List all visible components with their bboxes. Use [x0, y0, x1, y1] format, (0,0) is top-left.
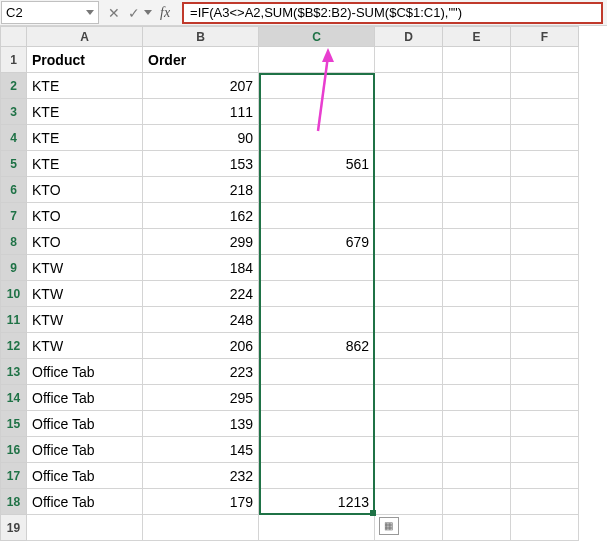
cell-A13[interactable]: Office Tab [27, 359, 143, 385]
row-19[interactable]: 19 [1, 515, 27, 541]
blank[interactable] [443, 177, 511, 203]
col-B[interactable]: B [143, 27, 259, 47]
blank[interactable] [443, 385, 511, 411]
header-order[interactable]: Order [143, 47, 259, 73]
cell-C14[interactable] [259, 385, 375, 411]
row-17[interactable]: 17 [1, 463, 27, 489]
row-9[interactable]: 9 [1, 255, 27, 281]
cell-B7[interactable]: 162 [143, 203, 259, 229]
cell-C5[interactable]: 561 [259, 151, 375, 177]
blank[interactable] [511, 255, 579, 281]
blank[interactable] [511, 151, 579, 177]
cell-B11[interactable]: 248 [143, 307, 259, 333]
cell-B16[interactable]: 145 [143, 437, 259, 463]
cell-A9[interactable]: KTW [27, 255, 143, 281]
cell-C2[interactable] [259, 73, 375, 99]
blank[interactable] [511, 489, 579, 515]
row-11[interactable]: 11 [1, 307, 27, 333]
cell-A6[interactable]: KTO [27, 177, 143, 203]
cell-A4[interactable]: KTE [27, 125, 143, 151]
cell-C10[interactable] [259, 281, 375, 307]
blank[interactable] [443, 463, 511, 489]
blank[interactable] [375, 73, 443, 99]
cell-C13[interactable] [259, 359, 375, 385]
blank[interactable] [511, 437, 579, 463]
blank[interactable] [511, 515, 579, 541]
blank[interactable] [511, 125, 579, 151]
blank[interactable] [443, 281, 511, 307]
cancel-icon[interactable]: ✕ [108, 5, 120, 21]
blank[interactable] [443, 47, 511, 73]
blank[interactable] [375, 47, 443, 73]
cell-B13[interactable]: 223 [143, 359, 259, 385]
cell-C8[interactable]: 679 [259, 229, 375, 255]
row-18[interactable]: 18 [1, 489, 27, 515]
blank[interactable] [443, 437, 511, 463]
row-3[interactable]: 3 [1, 99, 27, 125]
cell-B10[interactable]: 224 [143, 281, 259, 307]
blank[interactable] [375, 177, 443, 203]
blank[interactable] [375, 385, 443, 411]
blank[interactable] [375, 333, 443, 359]
cell-A10[interactable]: KTW [27, 281, 143, 307]
col-C[interactable]: C [259, 27, 375, 47]
row-10[interactable]: 10 [1, 281, 27, 307]
row-2[interactable]: 2 [1, 73, 27, 99]
split-dropdown-icon[interactable] [144, 10, 152, 15]
blank[interactable] [443, 255, 511, 281]
blank[interactable] [443, 125, 511, 151]
blank[interactable] [511, 229, 579, 255]
cell-B2[interactable]: 207 [143, 73, 259, 99]
cell-C16[interactable] [259, 437, 375, 463]
cell-C17[interactable] [259, 463, 375, 489]
cell-A8[interactable]: KTO [27, 229, 143, 255]
blank[interactable] [375, 281, 443, 307]
name-box-dropdown-icon[interactable] [86, 10, 94, 15]
cell-C4[interactable] [259, 125, 375, 151]
blank[interactable] [443, 73, 511, 99]
blank[interactable] [511, 73, 579, 99]
row-1[interactable]: 1 [1, 47, 27, 73]
cell-C12[interactable]: 862 [259, 333, 375, 359]
cell-C11[interactable] [259, 307, 375, 333]
row-13[interactable]: 13 [1, 359, 27, 385]
cell-A16[interactable]: Office Tab [27, 437, 143, 463]
blank[interactable] [443, 151, 511, 177]
cell-A7[interactable]: KTO [27, 203, 143, 229]
cell-C9[interactable] [259, 255, 375, 281]
row-12[interactable]: 12 [1, 333, 27, 359]
row-14[interactable]: 14 [1, 385, 27, 411]
cell-A11[interactable]: KTW [27, 307, 143, 333]
cell-B12[interactable]: 206 [143, 333, 259, 359]
cell-B18[interactable]: 179 [143, 489, 259, 515]
cell-C15[interactable] [259, 411, 375, 437]
blank[interactable] [375, 359, 443, 385]
blank[interactable] [143, 515, 259, 541]
row-8[interactable]: 8 [1, 229, 27, 255]
cell-A14[interactable]: Office Tab [27, 385, 143, 411]
blank[interactable] [375, 125, 443, 151]
cell-B14[interactable]: 295 [143, 385, 259, 411]
blank[interactable] [375, 203, 443, 229]
header-product[interactable]: Product [27, 47, 143, 73]
name-box[interactable]: C2 [1, 1, 99, 24]
cell-A15[interactable]: Office Tab [27, 411, 143, 437]
blank[interactable] [259, 515, 375, 541]
blank[interactable] [511, 385, 579, 411]
blank[interactable] [375, 437, 443, 463]
col-D[interactable]: D [375, 27, 443, 47]
blank[interactable] [511, 411, 579, 437]
row-6[interactable]: 6 [1, 177, 27, 203]
blank[interactable] [375, 99, 443, 125]
cell-A5[interactable]: KTE [27, 151, 143, 177]
blank[interactable] [443, 99, 511, 125]
blank[interactable] [375, 151, 443, 177]
cell-C18[interactable]: 1213 [259, 489, 375, 515]
cell-A18[interactable]: Office Tab [27, 489, 143, 515]
blank[interactable] [511, 463, 579, 489]
blank[interactable] [443, 359, 511, 385]
select-all-corner[interactable] [1, 27, 27, 47]
blank[interactable] [443, 489, 511, 515]
row-5[interactable]: 5 [1, 151, 27, 177]
spreadsheet-grid[interactable]: A B C D E F 1ProductOrder2KTE2073KTE1114… [0, 26, 607, 541]
